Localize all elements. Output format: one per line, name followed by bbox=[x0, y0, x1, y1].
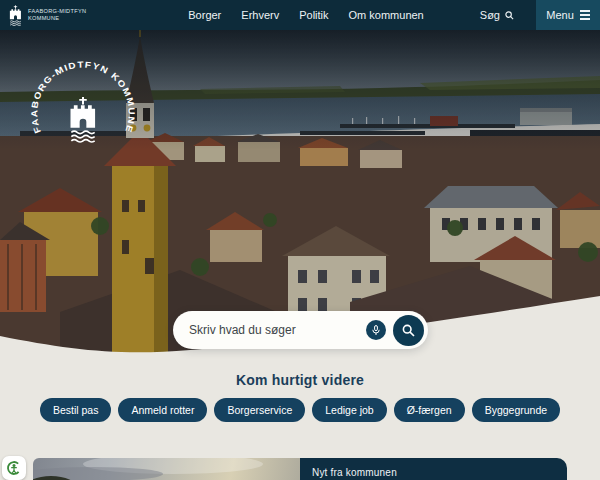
hero-search-bar bbox=[173, 311, 428, 349]
news-thumbnail-sky bbox=[33, 458, 300, 480]
homepage: FAABORG-MIDTFYN KOMMUNE Borger Erhverv P… bbox=[0, 0, 600, 480]
logo-line-1: FAABORG-MIDTFYN bbox=[28, 8, 86, 15]
hero-section: FAABORG-MIDTFYN KOMMUNE bbox=[0, 30, 600, 362]
menu-button-label: Menu bbox=[546, 9, 574, 21]
quick-link-o-faergen[interactable]: Ø-færgen bbox=[394, 398, 465, 422]
news-card[interactable]: Nyt fra kommunen bbox=[33, 458, 567, 480]
search-submit-button[interactable] bbox=[393, 315, 424, 346]
primary-nav: Borger Erhverv Politik Om kommunen bbox=[188, 9, 423, 21]
menu-button[interactable]: Menu bbox=[536, 0, 600, 30]
hamburger-icon bbox=[580, 10, 590, 19]
news-heading: Nyt fra kommunen bbox=[312, 467, 567, 478]
top-navigation-bar: FAABORG-MIDTFYN KOMMUNE Borger Erhverv P… bbox=[0, 0, 600, 30]
quick-link-ledige-job[interactable]: Ledige job bbox=[312, 398, 386, 422]
nav-item-om-kommunen[interactable]: Om kommunen bbox=[349, 9, 424, 21]
microphone-icon bbox=[371, 325, 381, 336]
search-toggle-label: Søg bbox=[480, 9, 500, 21]
news-thumbnail-trees bbox=[33, 458, 300, 480]
accessibility-widget-button[interactable] bbox=[2, 456, 26, 480]
site-logo-text: FAABORG-MIDTFYN KOMMUNE bbox=[28, 8, 86, 22]
quick-link-borgerservice[interactable]: Borgerservice bbox=[214, 398, 305, 422]
voice-search-button[interactable] bbox=[366, 320, 386, 340]
quick-link-byggegrunde[interactable]: Byggegrunde bbox=[472, 398, 560, 422]
magnifier-icon bbox=[402, 324, 415, 337]
site-logo[interactable]: FAABORG-MIDTFYN KOMMUNE bbox=[8, 5, 86, 26]
quick-links-section: Kom hurtigt videre Bestil pas Anmeld rot… bbox=[0, 372, 600, 422]
search-icon bbox=[505, 11, 514, 20]
nav-item-borger[interactable]: Borger bbox=[188, 9, 221, 21]
quick-link-anmeld-rotter[interactable]: Anmeld rotter bbox=[118, 398, 207, 422]
search-toggle[interactable]: Søg bbox=[480, 9, 514, 21]
accessibility-icon bbox=[6, 460, 22, 476]
quick-links-heading: Kom hurtigt videre bbox=[0, 372, 600, 388]
quick-links-row: Bestil pas Anmeld rotter Borgerservice L… bbox=[0, 398, 600, 422]
nav-item-politik[interactable]: Politik bbox=[299, 9, 328, 21]
quick-link-bestil-pas[interactable]: Bestil pas bbox=[40, 398, 112, 422]
logo-line-2: KOMMUNE bbox=[28, 15, 86, 22]
news-panel: Nyt fra kommunen bbox=[300, 458, 567, 480]
search-input[interactable] bbox=[189, 323, 366, 337]
municipal-crest-icon bbox=[8, 5, 23, 26]
nav-item-erhverv[interactable]: Erhverv bbox=[241, 9, 279, 21]
